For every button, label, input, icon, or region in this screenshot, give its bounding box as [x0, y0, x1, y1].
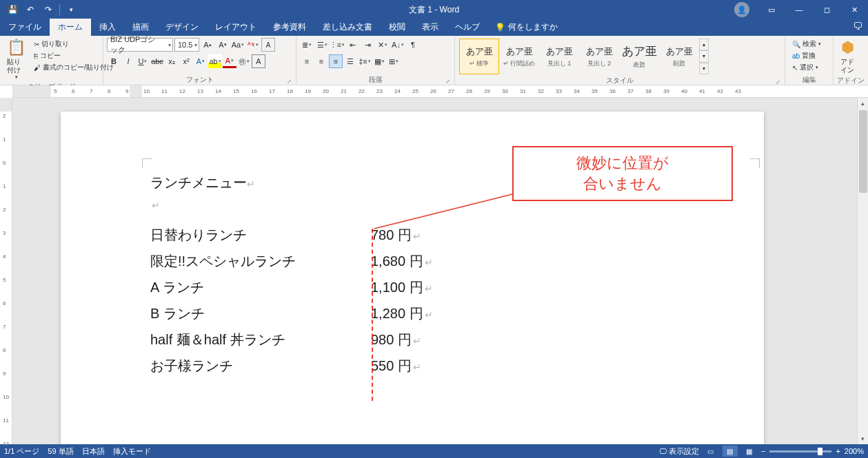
save-icon[interactable]: 💾 [4, 1, 21, 18]
addin-button[interactable]: ⬢ アド イン [836, 37, 858, 76]
share-icon[interactable]: 🗨 [853, 21, 862, 32]
minimize-icon[interactable]: — [785, 0, 813, 19]
scroll-down-icon[interactable]: ▾ [699, 50, 709, 62]
zoom-thumb[interactable] [818, 448, 822, 455]
format-painter-button[interactable]: 🖌書式のコピー/貼り付け [32, 62, 115, 73]
dialog-launcher-icon[interactable]: ⤢ [445, 79, 450, 85]
tab-insert[interactable]: 挿入 [91, 19, 124, 36]
char-border-button[interactable]: A [252, 54, 265, 68]
paragraph-mark-icon: ↵ [152, 200, 160, 211]
change-case-button[interactable]: Aa [231, 38, 245, 52]
vertical-scrollbar[interactable]: ▴ ▾ [857, 98, 868, 444]
scroll-up-icon[interactable]: ▴ [858, 98, 868, 109]
horizontal-ruler[interactable]: 5678910111213141516171819202122232425262… [12, 85, 868, 98]
multilevel-button[interactable]: ⋮≡ [330, 38, 344, 52]
ruler-tick: 9 [125, 88, 128, 94]
shrink-font-button[interactable]: A▾ [216, 38, 230, 52]
display-settings[interactable]: 🖵 表示設定 [659, 446, 699, 457]
ruler-tick: 5 [54, 88, 57, 94]
style-heading2[interactable]: あア亜見出し 2 [579, 39, 619, 74]
superscript-button[interactable]: x² [179, 54, 193, 68]
tab-mailings[interactable]: 差し込み文書 [314, 19, 381, 36]
insert-mode[interactable]: 挿入モード [113, 446, 151, 457]
undo-icon[interactable]: ↶ [22, 1, 39, 18]
style-title[interactable]: あア亜表題 [619, 39, 659, 74]
tab-file[interactable]: ファイル [0, 19, 50, 36]
tab-layout[interactable]: レイアウト [207, 19, 265, 36]
italic-button[interactable]: I [121, 54, 135, 68]
style-nospacing[interactable]: あア亜↵ 行間詰め [499, 39, 539, 74]
show-marks-button[interactable]: ¶ [406, 38, 420, 52]
shading-button[interactable]: ▦ [372, 54, 386, 68]
redo-icon[interactable]: ↷ [40, 1, 57, 18]
scroll-down-icon[interactable]: ▾ [858, 433, 868, 444]
document-scroll-area[interactable]: ランチメニュー↵ ↵ 日替わりランチ780 円↵限定!!スペシャルランチ1,68… [12, 98, 857, 444]
dialog-launcher-icon[interactable]: ⤢ [287, 79, 292, 85]
close-icon[interactable]: ✕ [840, 0, 868, 19]
zoom-out-button[interactable]: − [761, 447, 765, 455]
page: ランチメニュー↵ ↵ 日替わりランチ780 円↵限定!!スペシャルランチ1,68… [61, 112, 764, 444]
web-layout-icon[interactable]: ▦ [742, 446, 757, 457]
grow-font-button[interactable]: A▴ [201, 38, 214, 52]
style-subtitle[interactable]: あア亜副題 [659, 39, 699, 74]
asian-layout-button[interactable]: ✕ [376, 38, 390, 52]
zoom-in-button[interactable]: + [836, 447, 840, 455]
bold-button[interactable]: B [107, 54, 121, 68]
copy-button[interactable]: ⎘コピー [32, 50, 115, 61]
subscript-button[interactable]: x₂ [165, 54, 179, 68]
phonetic-guide-button[interactable]: ᴬ↯ [246, 38, 260, 52]
print-layout-icon[interactable]: ▤ [723, 446, 738, 457]
cut-button[interactable]: ✂切り取り [32, 39, 115, 50]
align-left-button[interactable]: ≡ [300, 54, 314, 68]
tab-view[interactable]: 表示 [414, 19, 447, 36]
sort-button[interactable]: A↓ [391, 38, 405, 52]
zoom-level[interactable]: 200% [845, 447, 864, 455]
page-indicator[interactable]: 1/1 ページ [4, 446, 39, 457]
style-normal[interactable]: あア亜↵ 標準 [459, 39, 499, 74]
paste-button[interactable]: 📋 貼り付け ▾ [3, 37, 30, 82]
align-center-button[interactable]: ≡ [314, 54, 328, 68]
maximize-icon[interactable]: ◻ [813, 0, 840, 19]
font-color-button[interactable]: A [223, 54, 236, 68]
tell-me-search[interactable]: 💡 何をしますか [488, 19, 565, 36]
font-size-combo[interactable]: 10.5 [174, 38, 199, 52]
user-avatar-icon[interactable]: 👤 [734, 2, 749, 17]
cut-label: 切り取り [41, 39, 69, 49]
line-spacing-button[interactable]: ‡≡ [358, 54, 372, 68]
increase-indent-button[interactable]: ⇥ [361, 38, 374, 52]
borders-button[interactable]: ⊞ [387, 54, 401, 68]
font-name-combo[interactable]: BIZ UDPゴシック [107, 38, 173, 52]
clear-format-button[interactable]: A [261, 38, 275, 52]
zoom-slider[interactable] [769, 450, 831, 452]
text-effects-button[interactable]: A [194, 54, 208, 68]
tab-design[interactable]: デザイン [157, 19, 207, 36]
bullets-button[interactable]: ≣ [300, 38, 314, 52]
tab-home[interactable]: ホーム [50, 19, 91, 36]
scroll-up-icon[interactable]: ▴ [699, 39, 709, 50]
decrease-indent-button[interactable]: ⇤ [345, 38, 359, 52]
replace-button[interactable]: ab置換 [791, 50, 822, 61]
qat-customize-icon[interactable]: ▾ [63, 1, 79, 18]
tab-references[interactable]: 参考資料 [265, 19, 314, 36]
dialog-launcher-icon[interactable]: ⤢ [776, 79, 780, 85]
ribbon-options-icon[interactable]: ▭ [758, 0, 785, 19]
tab-draw[interactable]: 描画 [124, 19, 157, 36]
expand-gallery-icon[interactable]: ▾ [699, 63, 709, 74]
underline-button[interactable]: U [136, 54, 150, 68]
tab-review[interactable]: 校閲 [381, 19, 414, 36]
language-indicator[interactable]: 日本語 [82, 446, 105, 457]
highlight-button[interactable]: ab [208, 54, 222, 68]
vertical-ruler[interactable]: 210123456789101112 [0, 98, 12, 444]
enclose-char-button[interactable]: ㊕ [237, 54, 251, 68]
align-justify-button[interactable]: ≡ [329, 54, 343, 68]
distribute-button[interactable]: ☰ [343, 54, 357, 68]
strikethrough-button[interactable]: abc [150, 54, 164, 68]
find-button[interactable]: 🔍検索▾ [791, 39, 822, 50]
word-count[interactable]: 59 単語 [48, 446, 73, 457]
read-mode-icon[interactable]: ▭ [703, 446, 718, 457]
select-button[interactable]: ↖選択▾ [791, 62, 822, 73]
scrollbar-thumb[interactable] [859, 110, 867, 193]
style-heading1[interactable]: あア亜見出し 1 [539, 39, 579, 74]
tab-help[interactable]: ヘルプ [447, 19, 488, 36]
numbering-button[interactable]: ☰ [315, 38, 329, 52]
